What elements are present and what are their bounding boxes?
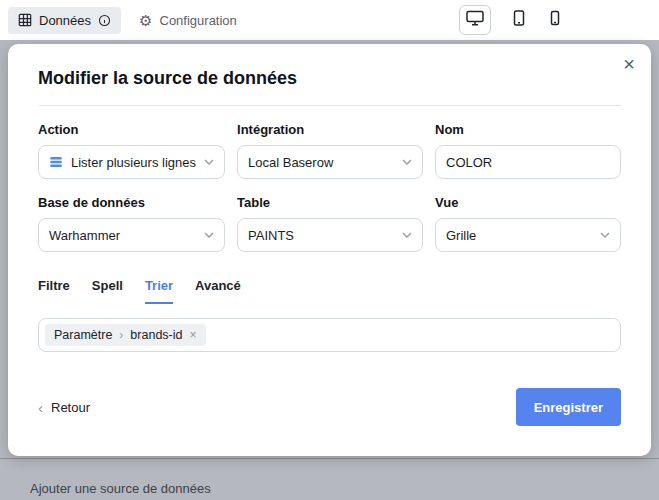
back-label: Retour [51, 400, 90, 415]
sort-config-box[interactable]: Paramètre › brands-id × [38, 318, 621, 352]
desktop-device-button[interactable] [459, 5, 491, 35]
grid-icon [18, 13, 32, 27]
field-table: Table PAINTS [237, 195, 423, 252]
field-view: Vue Grille [435, 195, 621, 252]
chevron-down-icon [402, 232, 412, 238]
remove-sort-icon[interactable]: × [189, 328, 196, 342]
view-label: Vue [435, 195, 621, 210]
table-label: Table [237, 195, 423, 210]
field-name: Nom [435, 122, 621, 179]
tab-configuration-label: Configuration [160, 13, 237, 28]
phone-icon [547, 10, 563, 30]
back-button[interactable]: ‹ Retour [38, 400, 90, 415]
chevron-down-icon [204, 232, 214, 238]
table-value: PAINTS [248, 228, 394, 243]
action-value: Lister plusieurs lignes [71, 155, 196, 170]
add-data-source-link[interactable]: Ajouter une source de données [30, 481, 211, 496]
database-value: Warhammer [49, 228, 196, 243]
tab-avance[interactable]: Avancé [195, 278, 241, 304]
save-button[interactable]: Enregistrer [516, 388, 621, 426]
gear-icon: ⚙ [139, 13, 152, 28]
tab-spell[interactable]: Spell [92, 278, 123, 304]
tab-donnees[interactable]: Données [8, 7, 121, 34]
tab-filtre[interactable]: Filtre [38, 278, 70, 304]
list-rows-icon [49, 155, 63, 169]
name-label: Nom [435, 122, 621, 137]
integration-label: Intégration [237, 122, 423, 137]
table-select[interactable]: PAINTS [237, 218, 423, 252]
action-select[interactable]: Lister plusieurs lignes [38, 145, 225, 179]
modal-tabs: Filtre Spell Trier Avancé [38, 278, 621, 304]
data-source-form: Action Lister plusieurs lignes Intégrati… [38, 122, 621, 252]
tablet-device-button[interactable] [511, 10, 527, 30]
integration-value: Local Baserow [248, 155, 394, 170]
chevron-right-icon: › [119, 328, 123, 342]
view-value: Grille [446, 228, 592, 243]
field-integration: Intégration Local Baserow [237, 122, 423, 179]
background-divider [0, 458, 659, 459]
tab-donnees-label: Données [39, 13, 91, 28]
view-select[interactable]: Grille [435, 218, 621, 252]
modal-title: Modifier la source de données [38, 68, 621, 89]
phone-device-button[interactable] [547, 10, 563, 30]
desktop-icon [466, 10, 484, 30]
integration-select[interactable]: Local Baserow [237, 145, 423, 179]
info-icon [98, 14, 111, 27]
field-action: Action Lister plusieurs lignes [38, 122, 225, 179]
tab-configuration[interactable]: ⚙ Configuration [129, 7, 247, 34]
tab-trier[interactable]: Trier [145, 278, 173, 304]
action-label: Action [38, 122, 225, 137]
sort-chip-source: Paramètre [54, 328, 112, 342]
chevron-down-icon [204, 159, 214, 165]
title-divider [38, 105, 621, 106]
modal-footer: ‹ Retour Enregistrer [38, 388, 621, 426]
sort-chip[interactable]: Paramètre › brands-id × [45, 324, 206, 346]
close-icon[interactable]: × [623, 54, 635, 74]
chevron-down-icon [402, 159, 412, 165]
device-preview-switch [459, 0, 563, 40]
database-select[interactable]: Warhammer [38, 218, 225, 252]
top-toolbar: Données ⚙ Configuration [0, 0, 659, 40]
chevron-left-icon: ‹ [38, 400, 43, 415]
edit-data-source-modal: × Modifier la source de données Action L… [8, 44, 651, 456]
name-input[interactable] [435, 145, 621, 179]
field-database: Base de données Warhammer [38, 195, 225, 252]
chevron-down-icon [600, 232, 610, 238]
tablet-icon [511, 10, 527, 30]
sort-chip-field: brands-id [130, 328, 182, 342]
database-label: Base de données [38, 195, 225, 210]
